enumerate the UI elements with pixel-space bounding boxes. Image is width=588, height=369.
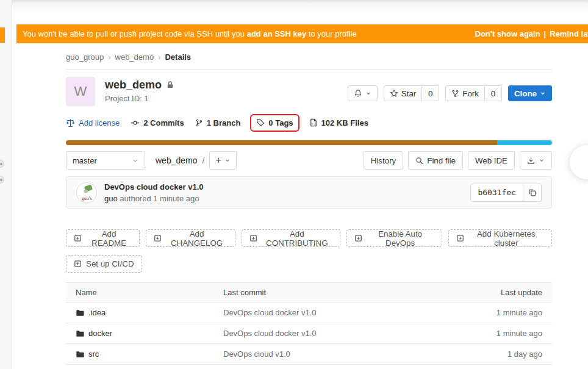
history-button[interactable]: History [364, 151, 403, 170]
search-icon [415, 157, 423, 165]
browser-top-strip [0, 0, 588, 24]
avatar-image [84, 184, 93, 192]
ssh-key-alert-banner: You won't be able to pull or push projec… [16, 24, 588, 43]
chevron-down-icon [540, 90, 546, 96]
file-last-update: 1 day ago [430, 344, 552, 365]
web-ide-button[interactable]: Web IDE [468, 151, 515, 170]
enable-auto-devops-button[interactable]: Enable Auto DevOps [346, 229, 442, 247]
project-stats-row: Add license 2 Commits 1 Branch 0 Tags [66, 118, 552, 127]
plus-square-icon [456, 234, 464, 242]
folder-icon [76, 350, 84, 359]
star-count[interactable]: 0 [422, 85, 439, 101]
commit-meta: guo authored 1 minute ago [104, 194, 204, 203]
chevron-down-icon [365, 90, 371, 96]
banner-edge-fragment [0, 27, 5, 43]
branch-selector[interactable]: master [66, 151, 145, 170]
bell-icon [354, 89, 362, 98]
file-commit-link[interactable]: DevOps cloud docker v1.0 [213, 323, 430, 344]
plus-square-icon [154, 234, 162, 242]
file-last-update: 1 minute ago [430, 323, 552, 344]
commit-author[interactable]: guo [104, 194, 118, 203]
star-button[interactable]: Star [384, 85, 422, 101]
doc-icon [309, 118, 318, 127]
column-header-name: Name [66, 283, 213, 303]
download-icon [527, 157, 535, 165]
commit-title-link[interactable]: DevOps cloud docker v1.0 [104, 182, 204, 192]
branches-link[interactable]: 1 Branch [195, 118, 241, 127]
dont-show-again-link[interactable]: Don't show again [475, 29, 540, 38]
copy-sha-button[interactable] [523, 184, 542, 202]
breadcrumb-project[interactable]: web_demo [115, 52, 154, 62]
path-root[interactable]: web_demo [156, 156, 198, 165]
fork-icon [451, 90, 459, 98]
project-avatar: W [66, 77, 95, 106]
add-changelog-button[interactable]: Add CHANGELOG [146, 229, 235, 247]
tags-link[interactable]: 0 Tags [256, 118, 293, 127]
column-header-last-commit: Last commit [213, 283, 430, 303]
fork-button[interactable]: Fork [445, 85, 485, 101]
file-last-update: 1 minute ago [430, 303, 552, 323]
files-link[interactable]: 102 KB Files [309, 118, 368, 127]
plus-square-icon [74, 234, 82, 242]
file-name-link[interactable]: .idea [88, 308, 106, 317]
table-row[interactable]: .idea DevOps cloud docker v1.0 1 minute … [66, 303, 552, 323]
breadcrumb: guo_group › web_demo › Details [66, 43, 552, 70]
rail-avatar-partial [0, 160, 4, 168]
notifications-dropdown-button[interactable] [348, 85, 378, 101]
language-segment [66, 140, 497, 145]
language-bar[interactable] [66, 140, 552, 145]
breadcrumb-separator: › [158, 52, 160, 62]
set-up-cicd-button[interactable]: Set up CI/CD [66, 255, 142, 273]
add-file-dropdown-button[interactable]: + [209, 151, 236, 170]
find-file-button[interactable]: Find file [408, 151, 463, 170]
breadcrumb-separator: › [108, 52, 110, 62]
plus-icon: + [215, 156, 221, 165]
branch-icon [195, 119, 203, 127]
commit-icon [131, 118, 140, 127]
fork-count[interactable]: 0 [485, 85, 502, 101]
project-id: Project ID: 1 [105, 94, 174, 103]
suggestion-buttons-row-2: Set up CI/CD [66, 255, 552, 273]
banner-divider: | [544, 29, 547, 38]
file-commit-link[interactable]: DevOps cloud docker v1.0 [213, 303, 430, 323]
left-rail [0, 0, 12, 369]
column-header-last-update: Last update [430, 283, 552, 303]
suggestion-buttons-row-1: Add README Add CHANGELOG Add CONTRIBUTIN… [66, 229, 552, 247]
file-commit-link[interactable]: DevOps cloud v1.0 [213, 344, 430, 365]
lock-icon [166, 81, 174, 89]
add-readme-button[interactable]: Add README [66, 229, 140, 247]
add-contributing-button[interactable]: Add CONTRIBUTING [242, 229, 340, 247]
remind-later-link[interactable]: Remind later [550, 29, 588, 38]
commit-sha[interactable]: b6031fec [470, 184, 523, 202]
add-license-link[interactable]: Add license [66, 118, 120, 127]
file-name-link[interactable]: src [88, 349, 99, 359]
commit-author-avatar[interactable]: guo's [76, 182, 97, 203]
add-kubernetes-cluster-button[interactable]: Add Kubernetes cluster [448, 229, 552, 247]
last-commit-box: guo's DevOps cloud docker v1.0 guo autho… [66, 176, 552, 209]
plus-square-icon [74, 260, 82, 268]
breadcrumb-page: Details [165, 52, 191, 62]
table-row[interactable]: docker DevOps cloud docker v1.0 1 minute… [66, 323, 552, 344]
folder-icon [76, 309, 84, 317]
plus-square-icon [249, 234, 257, 242]
files-table: Name Last commit Last update .idea DevOp… [66, 282, 552, 365]
table-row[interactable]: src DevOps cloud v1.0 1 day ago [66, 344, 552, 365]
path-separator: / [203, 156, 205, 165]
commits-link[interactable]: 2 Commits [131, 118, 184, 127]
download-dropdown-button[interactable] [520, 151, 552, 170]
clone-button[interactable]: Clone [508, 85, 552, 101]
file-navigation-row: master web_demo / + History Find file We… [66, 151, 552, 170]
project-title: web_demo [105, 79, 162, 91]
files-table-header: Name Last commit Last update [66, 283, 552, 303]
project-header: W web_demo Project ID: 1 [66, 77, 552, 106]
breadcrumb-group[interactable]: guo_group [66, 52, 104, 62]
tag-icon [256, 118, 265, 127]
plus-square-icon [354, 234, 362, 242]
chevron-down-icon [224, 157, 231, 163]
chevron-down-icon [539, 157, 545, 163]
file-name-link[interactable]: docker [88, 329, 112, 338]
floating-helper-button[interactable] [570, 145, 588, 179]
scale-icon [66, 118, 75, 127]
folder-icon [76, 329, 84, 338]
copy-icon [528, 188, 537, 197]
